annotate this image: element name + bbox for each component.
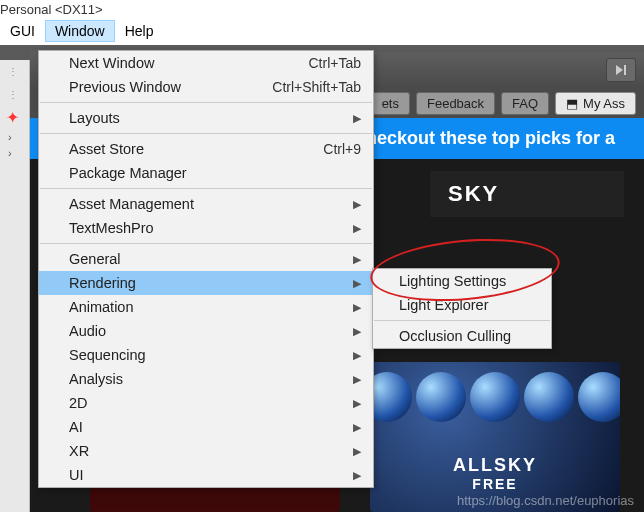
title-bar: Personal <DX11>	[0, 0, 644, 17]
menu-animation[interactable]: Animation ▶	[39, 295, 373, 319]
shortcut: Ctrl+9	[323, 141, 361, 157]
menu-layouts[interactable]: Layouts ▶	[39, 106, 373, 130]
menu-ai[interactable]: AI ▶	[39, 415, 373, 439]
chevron-right-icon: ▶	[353, 198, 361, 211]
feedback-button[interactable]: Feedback	[416, 92, 495, 115]
submenu-light-explorer[interactable]: Light Explorer	[373, 293, 551, 317]
chevron-right-icon[interactable]: ›	[0, 145, 29, 161]
download-icon: ⬒	[566, 96, 578, 111]
sky-category-header: SKY	[430, 171, 624, 217]
faq-button[interactable]: FAQ	[501, 92, 549, 115]
window-menu-dropdown: Next Window Ctrl+Tab Previous Window Ctr…	[38, 50, 374, 488]
menu-xr[interactable]: XR ▶	[39, 439, 373, 463]
menu-textmeshpro[interactable]: TextMeshPro ▶	[39, 216, 373, 240]
my-assets-button[interactable]: ⬒ My Ass	[555, 92, 636, 115]
chevron-right-icon: ▶	[353, 373, 361, 386]
menu-2d[interactable]: 2D ▶	[39, 391, 373, 415]
shortcut: Ctrl+Tab	[308, 55, 361, 71]
menu-ui[interactable]: UI ▶	[39, 463, 373, 487]
watermark: https://blog.csdn.net/euphorias	[457, 493, 634, 508]
rendering-submenu: Lighting Settings Light Explorer Occlusi…	[372, 268, 552, 349]
left-gutter: ⋮ ⋮ ✦ › ›	[0, 60, 30, 512]
menu-help[interactable]: Help	[115, 20, 164, 42]
menu-bar: GUI Window Help	[0, 17, 644, 45]
chevron-right-icon: ▶	[353, 397, 361, 410]
menu-next-window[interactable]: Next Window Ctrl+Tab	[39, 51, 373, 75]
title-text: Personal <DX11>	[0, 2, 103, 17]
chevron-right-icon: ▶	[353, 469, 361, 482]
menu-asset-store[interactable]: Asset Store Ctrl+9	[39, 137, 373, 161]
menu-window[interactable]: Window	[45, 20, 115, 42]
menu-rendering[interactable]: Rendering ▶	[39, 271, 373, 295]
favorite-icon[interactable]: ✦	[0, 106, 29, 129]
tab-ets[interactable]: ets	[371, 92, 410, 115]
submenu-lighting-settings[interactable]: Lighting Settings	[373, 269, 551, 293]
chevron-right-icon: ▶	[353, 421, 361, 434]
chevron-right-icon: ▶	[353, 301, 361, 314]
skip-icon[interactable]	[606, 58, 636, 82]
menu-audio[interactable]: Audio ▶	[39, 319, 373, 343]
menu-sequencing[interactable]: Sequencing ▶	[39, 343, 373, 367]
card-title: ALLSKY FREE	[453, 455, 537, 492]
shortcut: Ctrl+Shift+Tab	[272, 79, 361, 95]
menu-previous-window[interactable]: Previous Window Ctrl+Shift+Tab	[39, 75, 373, 99]
handle-icon[interactable]: ⋮	[0, 60, 29, 83]
handle-icon[interactable]: ⋮	[0, 83, 29, 106]
chevron-right-icon: ▶	[353, 112, 361, 125]
menu-analysis[interactable]: Analysis ▶	[39, 367, 373, 391]
menu-asset-management[interactable]: Asset Management ▶	[39, 192, 373, 216]
chevron-right-icon[interactable]: ›	[0, 129, 29, 145]
asset-card-allsky-free[interactable]: ALLSKY FREE	[370, 362, 620, 512]
chevron-right-icon: ▶	[353, 253, 361, 266]
chevron-right-icon: ▶	[353, 325, 361, 338]
submenu-occlusion-culling[interactable]: Occlusion Culling	[373, 324, 551, 348]
menu-general[interactable]: General ▶	[39, 247, 373, 271]
chevron-right-icon: ▶	[353, 277, 361, 290]
chevron-right-icon: ▶	[353, 222, 361, 235]
menu-gui[interactable]: GUI	[0, 20, 45, 42]
menu-package-manager[interactable]: Package Manager	[39, 161, 373, 185]
sphere-preview	[370, 372, 620, 422]
chevron-right-icon: ▶	[353, 445, 361, 458]
chevron-right-icon: ▶	[353, 349, 361, 362]
